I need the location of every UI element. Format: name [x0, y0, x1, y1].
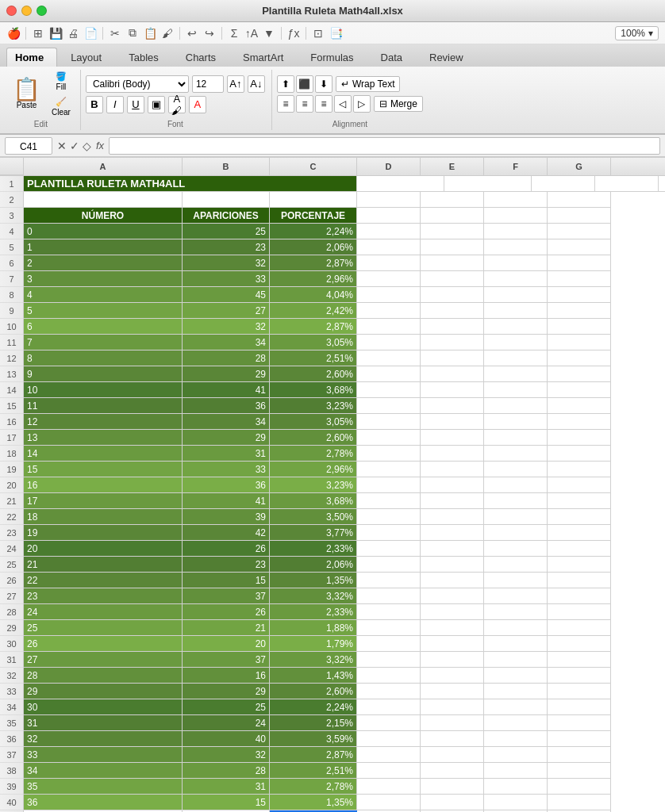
row-header-30[interactable]: 30 [0, 636, 24, 652]
align-bottom-button[interactable]: ⬇ [315, 75, 332, 93]
tab-layout[interactable]: Layout [57, 48, 115, 67]
cell-f5[interactable] [484, 239, 548, 255]
cell-d17[interactable] [357, 430, 421, 446]
cell-e34[interactable] [421, 699, 484, 715]
cell-a3[interactable]: NÚMERO [24, 208, 183, 224]
cell-a10[interactable]: 6 [24, 319, 183, 335]
cell-a20[interactable]: 16 [24, 477, 183, 493]
align-left-button[interactable]: ≡ [277, 95, 294, 113]
zoom-dropdown-icon[interactable]: ▾ [648, 28, 653, 39]
cell-g36[interactable] [548, 731, 611, 747]
cell-e27[interactable] [421, 588, 484, 604]
cell-f31[interactable] [484, 652, 548, 668]
cell-b1[interactable] [357, 176, 444, 192]
clear-button[interactable]: 🧹 Clear [48, 95, 74, 118]
cell-b26[interactable]: 15 [183, 573, 270, 588]
cell-f40[interactable] [484, 795, 548, 810]
cell-e25[interactable] [421, 557, 484, 573]
cell-b37[interactable]: 32 [183, 747, 270, 763]
cell-c16[interactable]: 3,05% [270, 414, 357, 430]
cell-a39[interactable]: 35 [24, 779, 183, 795]
cell-f18[interactable] [484, 446, 548, 462]
cell-a19[interactable]: 15 [24, 462, 183, 477]
cell-b38[interactable]: 28 [183, 763, 270, 779]
cell-d23[interactable] [357, 525, 421, 541]
cell-g22[interactable] [548, 509, 611, 525]
border-button[interactable]: ▣ [148, 96, 165, 113]
cell-f15[interactable] [484, 398, 548, 414]
cell-a21[interactable]: 17 [24, 493, 183, 509]
align-top-button[interactable]: ⬆ [277, 75, 294, 93]
cell-b13[interactable]: 29 [183, 366, 270, 382]
cell-a8[interactable]: 4 [24, 287, 183, 303]
underline-button[interactable]: U [127, 96, 144, 113]
align-center-button[interactable]: ≡ [296, 95, 313, 113]
cell-f6[interactable] [484, 255, 548, 271]
tab-charts[interactable]: Charts [172, 48, 229, 67]
cell-c38[interactable]: 2,51% [270, 763, 357, 779]
cell-d28[interactable] [357, 604, 421, 620]
cell-c29[interactable]: 1,88% [270, 620, 357, 636]
gallery-icon[interactable]: ⊡ [311, 26, 325, 40]
cell-a38[interactable]: 34 [24, 763, 183, 779]
cell-e16[interactable] [421, 414, 484, 430]
cell-e37[interactable] [421, 747, 484, 763]
cell-a13[interactable]: 9 [24, 366, 183, 382]
cell-b33[interactable]: 29 [183, 684, 270, 699]
cell-d32[interactable] [357, 668, 421, 684]
cell-e19[interactable] [421, 462, 484, 477]
cell-d22[interactable] [357, 509, 421, 525]
cell-e18[interactable] [421, 446, 484, 462]
cell-c33[interactable]: 2,60% [270, 684, 357, 699]
cell-d3[interactable] [357, 208, 421, 224]
row-header-38[interactable]: 38 [0, 763, 24, 779]
cell-e13[interactable] [421, 366, 484, 382]
cell-c36[interactable]: 3,59% [270, 731, 357, 747]
row-header-15[interactable]: 15 [0, 398, 24, 414]
cell-c12[interactable]: 2,51% [270, 350, 357, 366]
cell-g7[interactable] [548, 271, 611, 287]
cell-e22[interactable] [421, 509, 484, 525]
cell-a37[interactable]: 33 [24, 747, 183, 763]
cell-a29[interactable]: 25 [24, 620, 183, 636]
function-icon[interactable]: ƒx [286, 26, 301, 40]
cell-d1[interactable] [532, 176, 595, 192]
cell-f39[interactable] [484, 779, 548, 795]
cell-c26[interactable]: 1,35% [270, 573, 357, 588]
cell-c9[interactable]: 2,42% [270, 303, 357, 319]
cell-a7[interactable]: 3 [24, 271, 183, 287]
col-header-d[interactable]: D [357, 158, 421, 175]
cell-b31[interactable]: 37 [183, 652, 270, 668]
maximize-button[interactable] [37, 6, 47, 16]
cell-a11[interactable]: 7 [24, 335, 183, 350]
cell-f7[interactable] [484, 271, 548, 287]
cell-c24[interactable]: 2,33% [270, 541, 357, 557]
cell-b7[interactable]: 33 [183, 271, 270, 287]
cell-b6[interactable]: 32 [183, 255, 270, 271]
cell-f25[interactable] [484, 557, 548, 573]
align-middle-button[interactable]: ⬛ [296, 75, 313, 93]
row-header-11[interactable]: 11 [0, 335, 24, 350]
cell-d18[interactable] [357, 446, 421, 462]
cell-f23[interactable] [484, 525, 548, 541]
cell-g19[interactable] [548, 462, 611, 477]
cell-b9[interactable]: 27 [183, 303, 270, 319]
cell-d20[interactable] [357, 477, 421, 493]
cell-d25[interactable] [357, 557, 421, 573]
cell-e10[interactable] [421, 319, 484, 335]
cell-d7[interactable] [357, 271, 421, 287]
cell-d15[interactable] [357, 398, 421, 414]
row-header-37[interactable]: 37 [0, 747, 24, 763]
row-header-26[interactable]: 26 [0, 573, 24, 588]
cell-g20[interactable] [548, 477, 611, 493]
cell-d19[interactable] [357, 462, 421, 477]
cell-d5[interactable] [357, 239, 421, 255]
row-header-6[interactable]: 6 [0, 255, 24, 271]
cell-g30[interactable] [548, 636, 611, 652]
row-header-19[interactable]: 19 [0, 462, 24, 477]
cell-e3[interactable] [421, 208, 484, 224]
cell-a6[interactable]: 2 [24, 255, 183, 271]
cell-d4[interactable] [357, 224, 421, 239]
tab-data[interactable]: Data [367, 48, 416, 67]
row-header-22[interactable]: 22 [0, 509, 24, 525]
